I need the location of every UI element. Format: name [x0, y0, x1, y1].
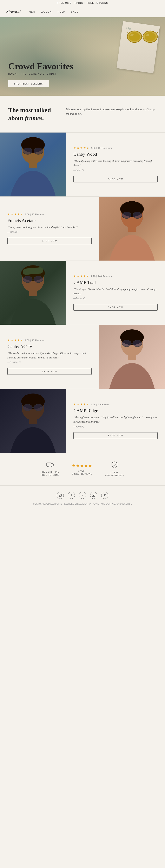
product-photo-canby-wood: [0, 132, 66, 196]
intro-section: The most talked about frames. Discover o…: [0, 96, 165, 132]
nav-men[interactable]: Men: [29, 10, 35, 13]
svg-rect-56: [47, 463, 51, 466]
badge-warranty: 1 YEARMFG WARRANTY: [105, 461, 124, 477]
product-photo-francis-acetate: [99, 197, 165, 260]
pinterest-icon[interactable]: P: [101, 492, 108, 499]
product-row-camp-ridge: ★★★★ ★ ★ 4.88 | 8 Reviews CAMP Ridge "Th…: [0, 389, 165, 453]
badge-shipping: FREE SHIPPINGFREE RETURNS: [41, 462, 59, 476]
badge-reviews: ★★★★★ 1,000+5-STAR REVIEWS: [72, 463, 92, 475]
shipping-icon: [47, 462, 54, 469]
product-photo-canby-actv: [99, 325, 165, 389]
svg-rect-40: [128, 354, 136, 360]
product-row-francis-acetate: ★★★★ ★ ★ 4.86 | 97 Reviews Francis Aceta…: [0, 196, 165, 260]
product-photo-camp-trail: [0, 261, 66, 324]
nav-help[interactable]: Help: [58, 10, 65, 13]
hero-cta-button[interactable]: Shop Best Sellers: [8, 80, 49, 87]
svg-rect-21: [128, 225, 136, 232]
social-icons-row: f V P: [8, 492, 157, 499]
instagram-icon[interactable]: [57, 492, 64, 499]
product-image-canby-wood: [0, 132, 66, 196]
hero-section: Ou: [0, 17, 165, 96]
review-count-canby-wood: 4.83 | 161 Reviews: [91, 147, 112, 149]
product-cta-francis-acetate[interactable]: Shop Now: [7, 238, 91, 244]
nav-sale[interactable]: Sale: [71, 10, 78, 13]
svg-point-61: [61, 495, 61, 495]
product-info-camp-trail: ★★★★ ★ ★ 4.78 | 144 Reviews CAMP Trail "…: [66, 261, 165, 324]
product-image-camp-ridge: [0, 389, 66, 453]
product-name-canby-actv: Canby ACTV: [7, 344, 91, 349]
hero-subtitle: (EVEN IF THERE ARE NO CROWDS): [8, 72, 74, 75]
facebook-icon[interactable]: f: [68, 492, 75, 499]
stars-icon: ★★★★★: [72, 463, 92, 468]
product-quote-francis-acetate: "Dude, these are just great. Polarized a…: [7, 225, 91, 229]
stars-canby-wood: ★★★★ ★ ★: [74, 147, 89, 150]
product-name-francis-acetate: Francis Acetate: [7, 218, 91, 223]
svg-marker-63: [93, 495, 94, 496]
product-row-canby-wood: ★★★★ ★ ★ 4.83 | 161 Reviews Canby Wood "…: [0, 132, 165, 196]
product-cta-camp-ridge[interactable]: Shop Now: [74, 432, 158, 439]
site-logo[interactable]: Shwood: [6, 9, 21, 14]
youtube-icon[interactable]: [90, 492, 97, 499]
svg-point-52: [34, 404, 43, 411]
social-footer: f V P © 2020 SHWOOD ALL RIGHTS RESERVED …: [0, 486, 165, 510]
svg-point-60: [60, 495, 61, 496]
intro-text: Discover our top five frames that we can…: [66, 106, 157, 116]
svg-point-24: [133, 212, 142, 218]
products-list: ★★★★ ★ ★ 4.83 | 161 Reviews Canby Wood "…: [0, 132, 165, 453]
svg-rect-49: [29, 418, 37, 424]
reviews-label: 1,000+5-STAR REVIEWS: [72, 469, 92, 475]
hero-title: Crowd Favorites: [8, 61, 74, 71]
footer-badges: FREE SHIPPINGFREE RETURNS ★★★★★ 1,000+5-…: [0, 453, 165, 486]
product-author-camp-trail: —Travis C.: [74, 297, 158, 300]
svg-point-14: [23, 148, 32, 154]
product-cta-canby-wood[interactable]: Shop Now: [74, 176, 158, 182]
nav-links: Men Women Help Sale: [29, 10, 79, 13]
footer-copyright: © 2020 SHWOOD ALL RIGHTS RESERVED OR AS …: [8, 502, 157, 506]
hero-glasses-decoration: [126, 28, 159, 45]
product-image-francis-acetate: [99, 197, 165, 260]
stars-row-francis-acetate: ★★★★ ★ ★ 4.86 | 97 Reviews: [7, 213, 91, 216]
review-count-camp-trail: 4.78 | 144 Reviews: [91, 275, 112, 277]
product-quote-camp-trail: "Great style. Comfortable fit. Cool litt…: [74, 287, 158, 296]
svg-point-42: [122, 340, 131, 347]
product-quote-canby-actv: "The rubberized nose and ear tips make a…: [7, 351, 91, 360]
review-count-camp-ridge: 4.88 | 8 Reviews: [91, 403, 109, 406]
review-count-canby-actv: 4.69 | 13 Reviews: [25, 339, 45, 342]
vimeo-icon[interactable]: V: [79, 492, 86, 499]
product-name-canby-wood: Canby Wood: [74, 152, 158, 157]
product-name-camp-trail: CAMP Trail: [74, 280, 158, 285]
warranty-icon: [111, 461, 117, 470]
nav-women[interactable]: Women: [41, 10, 52, 13]
intro-heading: The most talked about frames.: [8, 106, 58, 122]
svg-point-33: [23, 276, 32, 283]
banner-text: FREE US SHIPPING + FREE RETURNS: [57, 2, 108, 4]
stars-row-canby-wood: ★★★★ ★ ★ 4.83 | 161 Reviews: [74, 147, 158, 150]
stars-canby-actv: ★★★★ ★ ★: [7, 339, 24, 342]
svg-point-51: [23, 404, 32, 411]
stars-francis-acetate: ★★★★ ★ ★: [7, 213, 24, 216]
hero-content: Crowd Favorites (EVEN IF THERE ARE NO CR…: [8, 61, 74, 87]
product-cta-canby-actv[interactable]: Shop Now: [7, 368, 91, 375]
product-info-camp-ridge: ★★★★ ★ ★ 4.88 | 8 Reviews CAMP Ridge "Th…: [66, 389, 165, 453]
svg-point-23: [122, 212, 131, 218]
review-count-francis-acetate: 4.86 | 97 Reviews: [25, 213, 45, 216]
stars-camp-ridge: ★★★★ ★ ★: [74, 403, 89, 406]
product-name-camp-ridge: CAMP Ridge: [74, 408, 158, 413]
product-quote-camp-ridge: "These glasses are great! They fit well …: [74, 415, 158, 424]
svg-point-3: [144, 32, 156, 41]
stars-row-camp-trail: ★★★★ ★ ★ 4.78 | 144 Reviews: [74, 275, 158, 278]
product-photo-camp-ridge: [0, 389, 66, 453]
svg-point-15: [34, 148, 43, 154]
top-banner: FREE US SHIPPING + FREE RETURNS: [0, 0, 165, 6]
svg-rect-12: [29, 161, 37, 167]
svg-rect-59: [59, 494, 61, 497]
product-cta-camp-trail[interactable]: Shop Now: [74, 304, 158, 311]
svg-rect-30: [29, 289, 37, 296]
svg-point-1: [129, 32, 140, 41]
hero-decoration: Ou: [113, 22, 159, 79]
product-info-canby-wood: ★★★★ ★ ★ 4.83 | 161 Reviews Canby Wood "…: [66, 132, 165, 196]
navigation: Shwood Men Women Help Sale: [0, 6, 165, 17]
svg-point-43: [133, 340, 142, 347]
product-info-francis-acetate: ★★★★ ★ ★ 4.86 | 97 Reviews Francis Aceta…: [0, 197, 99, 260]
product-row-canby-actv: ★★★★ ★ ★ 4.69 | 13 Reviews Canby ACTV "T…: [0, 324, 165, 389]
